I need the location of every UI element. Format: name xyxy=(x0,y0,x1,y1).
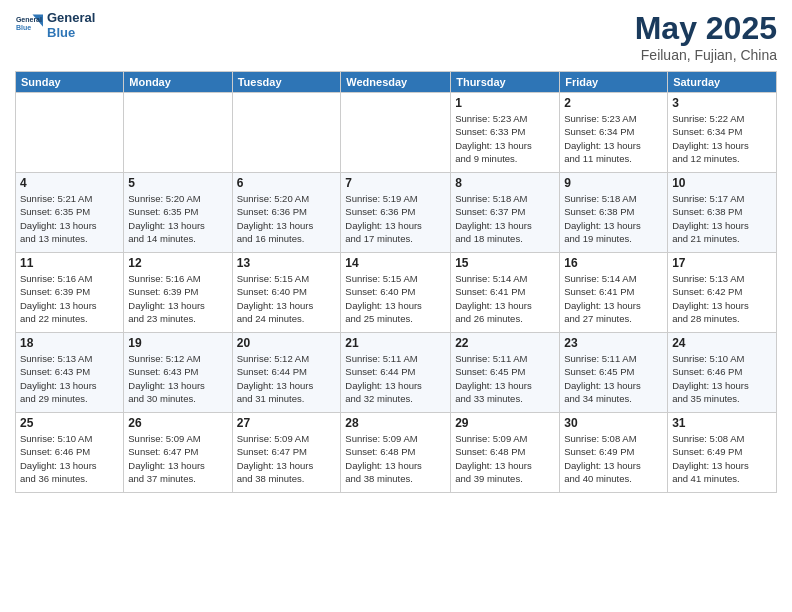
day-info: Sunrise: 5:11 AMSunset: 6:45 PMDaylight:… xyxy=(564,352,663,405)
day-info: Sunrise: 5:22 AMSunset: 6:34 PMDaylight:… xyxy=(672,112,772,165)
day-info: Sunrise: 5:09 AMSunset: 6:47 PMDaylight:… xyxy=(237,432,337,485)
col-tuesday: Tuesday xyxy=(232,72,341,93)
calendar-cell-w4-d6: 23Sunrise: 5:11 AMSunset: 6:45 PMDayligh… xyxy=(560,333,668,413)
day-info: Sunrise: 5:15 AMSunset: 6:40 PMDaylight:… xyxy=(345,272,446,325)
calendar-cell-w5-d7: 31Sunrise: 5:08 AMSunset: 6:49 PMDayligh… xyxy=(668,413,777,493)
calendar-cell-w2-d4: 7Sunrise: 5:19 AMSunset: 6:36 PMDaylight… xyxy=(341,173,451,253)
day-number: 24 xyxy=(672,336,772,350)
calendar-cell-w1-d4 xyxy=(341,93,451,173)
day-number: 13 xyxy=(237,256,337,270)
day-number: 23 xyxy=(564,336,663,350)
calendar-cell-w5-d2: 26Sunrise: 5:09 AMSunset: 6:47 PMDayligh… xyxy=(124,413,232,493)
day-number: 5 xyxy=(128,176,227,190)
day-number: 11 xyxy=(20,256,119,270)
day-number: 1 xyxy=(455,96,555,110)
col-monday: Monday xyxy=(124,72,232,93)
calendar-cell-w1-d3 xyxy=(232,93,341,173)
title-section: May 2025 Feiluan, Fujian, China xyxy=(635,10,777,63)
calendar-cell-w4-d5: 22Sunrise: 5:11 AMSunset: 6:45 PMDayligh… xyxy=(451,333,560,413)
calendar-cell-w4-d1: 18Sunrise: 5:13 AMSunset: 6:43 PMDayligh… xyxy=(16,333,124,413)
day-number: 30 xyxy=(564,416,663,430)
header: General Blue General Blue May 2025 Feilu… xyxy=(15,10,777,63)
calendar-cell-w3-d2: 12Sunrise: 5:16 AMSunset: 6:39 PMDayligh… xyxy=(124,253,232,333)
calendar-table: Sunday Monday Tuesday Wednesday Thursday… xyxy=(15,71,777,493)
logo-blue: Blue xyxy=(47,25,95,40)
calendar-week-5: 25Sunrise: 5:10 AMSunset: 6:46 PMDayligh… xyxy=(16,413,777,493)
day-number: 27 xyxy=(237,416,337,430)
day-number: 4 xyxy=(20,176,119,190)
svg-text:Blue: Blue xyxy=(16,24,31,31)
calendar-cell-w3-d4: 14Sunrise: 5:15 AMSunset: 6:40 PMDayligh… xyxy=(341,253,451,333)
day-number: 20 xyxy=(237,336,337,350)
col-saturday: Saturday xyxy=(668,72,777,93)
calendar-cell-w2-d1: 4Sunrise: 5:21 AMSunset: 6:35 PMDaylight… xyxy=(16,173,124,253)
day-info: Sunrise: 5:13 AMSunset: 6:42 PMDaylight:… xyxy=(672,272,772,325)
day-number: 28 xyxy=(345,416,446,430)
logo-icon: General Blue xyxy=(15,11,43,39)
day-number: 19 xyxy=(128,336,227,350)
calendar-week-1: 1Sunrise: 5:23 AMSunset: 6:33 PMDaylight… xyxy=(16,93,777,173)
calendar-cell-w5-d4: 28Sunrise: 5:09 AMSunset: 6:48 PMDayligh… xyxy=(341,413,451,493)
day-info: Sunrise: 5:10 AMSunset: 6:46 PMDaylight:… xyxy=(672,352,772,405)
calendar-cell-w2-d3: 6Sunrise: 5:20 AMSunset: 6:36 PMDaylight… xyxy=(232,173,341,253)
day-number: 16 xyxy=(564,256,663,270)
day-info: Sunrise: 5:23 AMSunset: 6:34 PMDaylight:… xyxy=(564,112,663,165)
calendar-cell-w5-d1: 25Sunrise: 5:10 AMSunset: 6:46 PMDayligh… xyxy=(16,413,124,493)
day-info: Sunrise: 5:14 AMSunset: 6:41 PMDaylight:… xyxy=(564,272,663,325)
calendar-cell-w2-d2: 5Sunrise: 5:20 AMSunset: 6:35 PMDaylight… xyxy=(124,173,232,253)
day-info: Sunrise: 5:15 AMSunset: 6:40 PMDaylight:… xyxy=(237,272,337,325)
day-info: Sunrise: 5:11 AMSunset: 6:44 PMDaylight:… xyxy=(345,352,446,405)
day-number: 7 xyxy=(345,176,446,190)
day-number: 2 xyxy=(564,96,663,110)
day-info: Sunrise: 5:13 AMSunset: 6:43 PMDaylight:… xyxy=(20,352,119,405)
logo-general: General xyxy=(47,10,95,25)
calendar-cell-w3-d5: 15Sunrise: 5:14 AMSunset: 6:41 PMDayligh… xyxy=(451,253,560,333)
calendar-cell-w1-d5: 1Sunrise: 5:23 AMSunset: 6:33 PMDaylight… xyxy=(451,93,560,173)
day-info: Sunrise: 5:11 AMSunset: 6:45 PMDaylight:… xyxy=(455,352,555,405)
day-number: 14 xyxy=(345,256,446,270)
day-number: 8 xyxy=(455,176,555,190)
calendar-cell-w1-d1 xyxy=(16,93,124,173)
calendar-week-3: 11Sunrise: 5:16 AMSunset: 6:39 PMDayligh… xyxy=(16,253,777,333)
col-sunday: Sunday xyxy=(16,72,124,93)
calendar-cell-w5-d6: 30Sunrise: 5:08 AMSunset: 6:49 PMDayligh… xyxy=(560,413,668,493)
day-number: 18 xyxy=(20,336,119,350)
calendar-week-4: 18Sunrise: 5:13 AMSunset: 6:43 PMDayligh… xyxy=(16,333,777,413)
day-number: 17 xyxy=(672,256,772,270)
calendar-cell-w3-d3: 13Sunrise: 5:15 AMSunset: 6:40 PMDayligh… xyxy=(232,253,341,333)
calendar-cell-w2-d7: 10Sunrise: 5:17 AMSunset: 6:38 PMDayligh… xyxy=(668,173,777,253)
day-info: Sunrise: 5:21 AMSunset: 6:35 PMDaylight:… xyxy=(20,192,119,245)
calendar-cell-w1-d6: 2Sunrise: 5:23 AMSunset: 6:34 PMDaylight… xyxy=(560,93,668,173)
calendar-cell-w4-d4: 21Sunrise: 5:11 AMSunset: 6:44 PMDayligh… xyxy=(341,333,451,413)
day-info: Sunrise: 5:08 AMSunset: 6:49 PMDaylight:… xyxy=(672,432,772,485)
col-wednesday: Wednesday xyxy=(341,72,451,93)
day-info: Sunrise: 5:20 AMSunset: 6:35 PMDaylight:… xyxy=(128,192,227,245)
day-number: 26 xyxy=(128,416,227,430)
day-info: Sunrise: 5:20 AMSunset: 6:36 PMDaylight:… xyxy=(237,192,337,245)
day-info: Sunrise: 5:18 AMSunset: 6:37 PMDaylight:… xyxy=(455,192,555,245)
day-number: 9 xyxy=(564,176,663,190)
calendar-cell-w4-d3: 20Sunrise: 5:12 AMSunset: 6:44 PMDayligh… xyxy=(232,333,341,413)
calendar-cell-w4-d2: 19Sunrise: 5:12 AMSunset: 6:43 PMDayligh… xyxy=(124,333,232,413)
month-title: May 2025 xyxy=(635,10,777,47)
logo: General Blue General Blue xyxy=(15,10,95,40)
day-info: Sunrise: 5:12 AMSunset: 6:43 PMDaylight:… xyxy=(128,352,227,405)
calendar-header-row: Sunday Monday Tuesday Wednesday Thursday… xyxy=(16,72,777,93)
day-info: Sunrise: 5:08 AMSunset: 6:49 PMDaylight:… xyxy=(564,432,663,485)
day-info: Sunrise: 5:16 AMSunset: 6:39 PMDaylight:… xyxy=(20,272,119,325)
col-friday: Friday xyxy=(560,72,668,93)
calendar-cell-w1-d7: 3Sunrise: 5:22 AMSunset: 6:34 PMDaylight… xyxy=(668,93,777,173)
col-thursday: Thursday xyxy=(451,72,560,93)
day-number: 3 xyxy=(672,96,772,110)
day-number: 31 xyxy=(672,416,772,430)
calendar-cell-w2-d6: 9Sunrise: 5:18 AMSunset: 6:38 PMDaylight… xyxy=(560,173,668,253)
calendar-cell-w5-d3: 27Sunrise: 5:09 AMSunset: 6:47 PMDayligh… xyxy=(232,413,341,493)
day-info: Sunrise: 5:16 AMSunset: 6:39 PMDaylight:… xyxy=(128,272,227,325)
day-number: 22 xyxy=(455,336,555,350)
svg-text:General: General xyxy=(16,16,42,23)
calendar-cell-w5-d5: 29Sunrise: 5:09 AMSunset: 6:48 PMDayligh… xyxy=(451,413,560,493)
day-number: 12 xyxy=(128,256,227,270)
day-info: Sunrise: 5:18 AMSunset: 6:38 PMDaylight:… xyxy=(564,192,663,245)
day-info: Sunrise: 5:09 AMSunset: 6:47 PMDaylight:… xyxy=(128,432,227,485)
day-number: 29 xyxy=(455,416,555,430)
